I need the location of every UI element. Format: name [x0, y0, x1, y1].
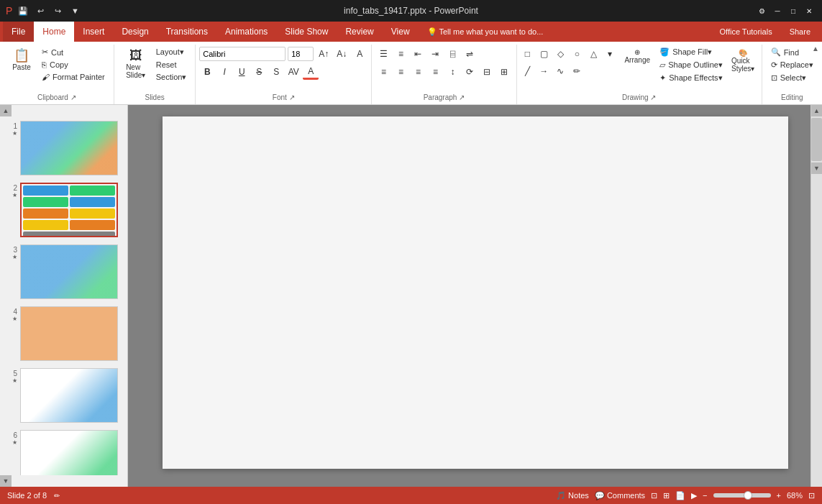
menu-help[interactable]: 💡 Tell me what you want to do...: [419, 22, 552, 42]
quick-styles-btn[interactable]: 🎨 QuickStyles▾: [727, 46, 759, 75]
slideshow-btn[interactable]: ▶: [691, 491, 697, 500]
shape-fill-btn[interactable]: 🪣 Shape Fill▾: [657, 46, 726, 58]
menu-insert[interactable]: Insert: [74, 22, 113, 42]
reset-btn[interactable]: Reset: [153, 59, 190, 70]
find-btn[interactable]: 🔍 Find: [768, 46, 816, 58]
shape-triangle-icon[interactable]: △: [585, 46, 601, 62]
menu-file[interactable]: File: [3, 22, 34, 42]
shape-line-icon[interactable]: ╱: [519, 63, 535, 79]
justify-btn[interactable]: ≡: [427, 64, 443, 80]
slide-thumb-6[interactable]: 6 ★: [3, 429, 124, 475]
section-btn[interactable]: Section▾: [153, 71, 190, 83]
char-spacing-btn[interactable]: AV: [286, 64, 301, 80]
shape-arrow-icon[interactable]: →: [536, 63, 552, 79]
decrease-font-btn[interactable]: A↓: [334, 46, 350, 62]
copy-btn[interactable]: ⎘ Copy: [39, 59, 108, 70]
close-btn[interactable]: ✕: [802, 4, 816, 18]
fit-to-window-btn[interactable]: ⊡: [808, 491, 815, 500]
zoom-slider-thumb[interactable]: [744, 491, 752, 500]
shape-curve-icon[interactable]: ∿: [552, 63, 568, 79]
slide-thumb-4[interactable]: 4 ★: [3, 305, 124, 362]
redo-icon[interactable]: ↪: [51, 4, 64, 17]
slide-thumb-2[interactable]: 2 ★: [3, 181, 124, 239]
menu-transitions[interactable]: Transitions: [157, 22, 216, 42]
more-para-btn[interactable]: ⇌: [462, 46, 478, 62]
zoom-in-btn[interactable]: +: [777, 491, 781, 500]
undo-icon[interactable]: ↩: [34, 4, 47, 17]
shape-outline-btn[interactable]: ▱ Shape Outline▾: [657, 59, 726, 71]
shape-more-icon[interactable]: ▾: [602, 46, 618, 62]
underline-btn[interactable]: U: [234, 64, 250, 80]
shape-diamond-icon[interactable]: ◇: [552, 46, 568, 62]
columns-btn[interactable]: ⌸: [444, 46, 460, 62]
normal-view-btn[interactable]: ⊡: [651, 491, 657, 500]
shape-rounded-icon[interactable]: ▢: [536, 46, 552, 62]
smartart-btn[interactable]: ⊞: [496, 64, 512, 80]
canvas-scroll-down[interactable]: ▼: [811, 162, 823, 174]
notes-btn[interactable]: 🎵 Notes: [556, 491, 589, 500]
more-icon[interactable]: ▼: [68, 4, 81, 17]
replace-btn[interactable]: ⟳ Replace▾: [768, 59, 816, 71]
thumb-img-2: [20, 183, 118, 237]
align-center-btn[interactable]: ≡: [393, 64, 408, 80]
slide-sorter-btn[interactable]: ⊞: [663, 491, 670, 500]
increase-indent-btn[interactable]: ⇥: [427, 46, 443, 62]
zoom-level: 68%: [787, 491, 803, 500]
slide-thumb-1[interactable]: 1 ★: [3, 119, 124, 177]
menu-share[interactable]: Share: [781, 22, 819, 42]
zoom-out-btn[interactable]: −: [703, 491, 707, 500]
decrease-indent-btn[interactable]: ⇤: [410, 46, 426, 62]
reading-view-btn[interactable]: 📄: [675, 491, 685, 500]
font-family-input[interactable]: [199, 47, 286, 61]
new-slide-btn[interactable]: 🖼 NewSlide▾: [120, 46, 152, 82]
save-icon[interactable]: 💾: [17, 4, 29, 17]
text-direction-btn[interactable]: ⟳: [462, 64, 478, 80]
scroll-thumb[interactable]: [811, 118, 822, 161]
maximize-btn[interactable]: □: [786, 4, 800, 18]
shape-rect-icon[interactable]: □: [519, 46, 535, 62]
shadow-btn[interactable]: S: [268, 64, 284, 80]
align-right-btn[interactable]: ≡: [410, 64, 426, 80]
select-btn[interactable]: ⊡ Select▾: [768, 72, 816, 84]
menu-home[interactable]: Home: [34, 22, 74, 42]
comments-btn[interactable]: 💬 Comments: [595, 491, 645, 500]
menu-office-tutorials[interactable]: Office Tutorials: [711, 22, 780, 42]
shape-circle-icon[interactable]: ○: [569, 46, 585, 62]
arrange-btn[interactable]: ⊕ Arrange: [619, 46, 655, 66]
align-text-btn[interactable]: ⊟: [479, 64, 495, 80]
bullets-btn[interactable]: ☰: [375, 46, 391, 62]
menu-review[interactable]: Review: [337, 22, 382, 42]
canvas-scroll-up[interactable]: ▲: [811, 105, 823, 116]
slide-thumb-5[interactable]: 5 ★: [3, 367, 124, 424]
align-left-btn[interactable]: ≡: [375, 64, 391, 80]
menu-slideshow[interactable]: Slide Show: [276, 22, 337, 42]
slide-num-5: 5: [7, 368, 17, 377]
shape-effects-btn[interactable]: ✦ Shape Effects▾: [657, 72, 726, 84]
shape-freeform-icon[interactable]: ✏: [569, 63, 585, 79]
italic-btn[interactable]: I: [216, 64, 232, 80]
settings-icon[interactable]: ⚙: [754, 4, 769, 18]
font-size-input[interactable]: [288, 47, 314, 61]
font-color-btn[interactable]: A: [303, 64, 319, 80]
minimize-btn[interactable]: ─: [770, 4, 785, 18]
canvas-scrollbar[interactable]: ▲ ▼: [810, 105, 822, 487]
clear-format-btn[interactable]: A: [352, 46, 367, 62]
bold-btn[interactable]: B: [199, 64, 215, 80]
ribbon-collapse-btn[interactable]: ▲: [812, 45, 819, 52]
menu-view[interactable]: View: [383, 22, 419, 42]
numbered-list-btn[interactable]: ≡: [393, 46, 408, 62]
layout-btn[interactable]: Layout▾: [153, 46, 190, 58]
cut-btn[interactable]: ✂ Cut: [39, 46, 108, 58]
menu-design[interactable]: Design: [113, 22, 157, 42]
slide-thumb-3[interactable]: 3 ★: [3, 243, 124, 301]
strikethrough-btn[interactable]: S: [251, 64, 267, 80]
menu-animations[interactable]: Animations: [216, 22, 276, 42]
drawing-right-col: 🪣 Shape Fill▾ ▱ Shape Outline▾ ✦ Shape E…: [657, 46, 726, 84]
increase-font-btn[interactable]: A↑: [316, 46, 332, 62]
zoom-slider[interactable]: [713, 493, 771, 498]
format-painter-btn[interactable]: 🖌 Format Painter: [39, 71, 108, 83]
line-spacing-btn[interactable]: ↕: [444, 64, 460, 80]
panel-scroll-up[interactable]: ▲: [0, 105, 12, 116]
paste-btn[interactable]: 📋 Paste: [6, 46, 37, 74]
panel-scroll-down[interactable]: ▼: [0, 475, 12, 487]
